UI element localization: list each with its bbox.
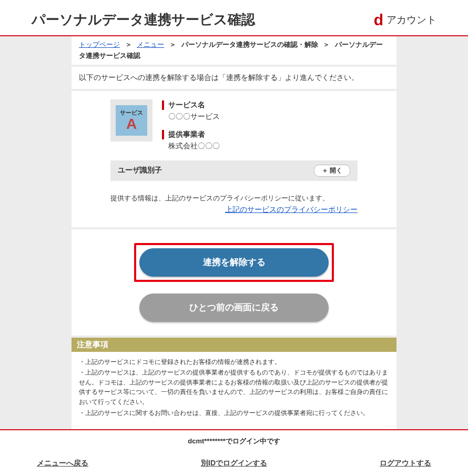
note-item: ・上記のサービスに関するお問い合わせは、直接、上記のサービスの提供事業者宛に行っ… bbox=[79, 408, 389, 418]
service-icon: サービス A bbox=[110, 99, 152, 141]
instruction-text: 以下のサービスへの連携を解除する場合は「連携を解除する」より進んでください。 bbox=[72, 67, 396, 89]
footer-link-menu[interactable]: メニューへ戻る bbox=[37, 459, 88, 468]
provider-value: 株式会社〇〇〇 bbox=[162, 141, 358, 151]
header: パーソナルデータ連携サービス確認 d アカウント bbox=[0, 0, 468, 35]
brand-d-icon: d bbox=[374, 12, 383, 28]
note-item: ・上記のサービスにドコモに登録されたお客様の情報が連携されます。 bbox=[79, 357, 389, 367]
user-identifier-label: ユーザ識別子 bbox=[118, 166, 162, 175]
breadcrumb: トップページ ＞ メニュー ＞ パーソナルデータ連携サービスの確認・解除 ＞ パ… bbox=[72, 36, 396, 65]
privacy-note: 提供する情報は、上記のサービスのプライバシーポリシーに従います。 bbox=[79, 181, 389, 203]
login-status: dcmt********でログイン中です bbox=[0, 430, 468, 459]
breadcrumb-link-top[interactable]: トップページ bbox=[79, 40, 120, 48]
user-identifier-bar: ユーザ識別子 ＋ 開く bbox=[110, 160, 358, 181]
service-name-value: 〇〇〇サービス bbox=[162, 112, 358, 121]
brand-logo: d アカウント bbox=[374, 12, 436, 28]
button-panel: 連携を解除する ひとつ前の画面に戻る bbox=[72, 229, 396, 336]
notes-section: 注意事項 ・上記のサービスにドコモに登録されたお客様の情報が連携されます。 ・上… bbox=[72, 338, 396, 430]
back-button[interactable]: ひとつ前の画面に戻る bbox=[139, 293, 329, 322]
breadcrumb-item: パーソナルデータ連携サービスの確認・解除 bbox=[181, 40, 318, 48]
remove-link-button[interactable]: 連携を解除する bbox=[139, 248, 329, 277]
breadcrumb-sep: ＞ bbox=[169, 40, 176, 48]
page-title: パーソナルデータ連携サービス確認 bbox=[32, 11, 255, 29]
footer-link-other-id[interactable]: 別IDでログインする bbox=[201, 459, 267, 468]
notes-heading: 注意事項 bbox=[72, 338, 396, 352]
breadcrumb-sep: ＞ bbox=[323, 40, 330, 48]
highlight-frame: 連携を解除する bbox=[134, 243, 334, 282]
service-icon-letter: A bbox=[126, 117, 137, 131]
footer-link-logout[interactable]: ログアウトする bbox=[380, 459, 431, 468]
service-name-label: サービス名 bbox=[162, 100, 358, 110]
note-item: ・上記のサービスは、上記のサービスの提供事業者が提供するものであり、ドコモが提供… bbox=[79, 368, 389, 407]
breadcrumb-link-menu[interactable]: メニュー bbox=[137, 40, 164, 48]
expand-button[interactable]: ＋ 開く bbox=[314, 165, 350, 177]
privacy-policy-link[interactable]: 上記のサービスのプライバシーポリシー bbox=[225, 205, 358, 214]
breadcrumb-sep: ＞ bbox=[125, 40, 132, 48]
provider-label: 提供事業者 bbox=[162, 130, 358, 139]
brand-text: アカウント bbox=[386, 13, 436, 27]
service-panel: サービス A サービス名 〇〇〇サービス 提供事業者 株式会社〇〇〇 bbox=[72, 91, 396, 227]
footer-links: メニューへ戻る 別IDでログインする ログアウトする bbox=[0, 459, 468, 476]
